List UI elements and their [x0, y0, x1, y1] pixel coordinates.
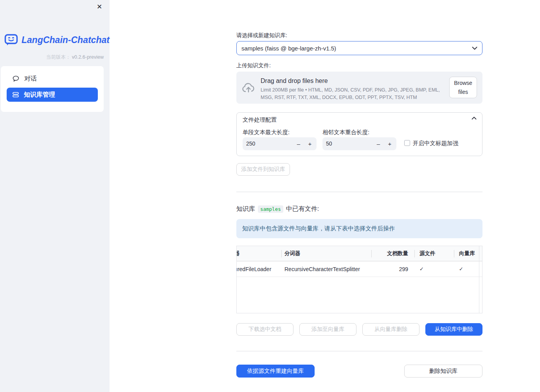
- version-text: 当前版本： v0.2.6-preview: [46, 54, 104, 61]
- main-content: 请选择或新建知识库: samples (faiss @ bge-large-zh…: [236, 0, 482, 392]
- overlap-decrement-button[interactable]: –: [373, 137, 384, 150]
- cloud-upload-icon: [242, 83, 255, 93]
- overlap-size-input[interactable]: 50 – +: [322, 137, 396, 150]
- column-header-splitter[interactable]: 分词器: [281, 246, 371, 261]
- chunk-size-label: 单段文本最大长度:: [243, 129, 290, 136]
- delete-kb-button[interactable]: 删除知识库: [404, 365, 482, 378]
- cell-vector-check: ✓: [454, 261, 479, 277]
- kb-select-label: 请选择或新建知识库:: [236, 32, 287, 39]
- app-title: LangChain-Chatchat: [22, 35, 110, 45]
- sidebar: ✕ LangChain-Chatchat 当前版本： v0.2.6-previe…: [0, 0, 110, 392]
- zh-title-enhance-label[interactable]: 开启中文标题加强: [413, 140, 458, 147]
- file-config-expander: 文件处理配置 单段文本最大长度: 250 – + 相邻文本重合长度: 50 – …: [236, 112, 482, 156]
- delete-from-vector-store-button[interactable]: 从向量库删除: [362, 323, 419, 336]
- cell-source-check: ✓: [414, 261, 454, 277]
- info-banner-text: 知识库中包含源文件与向量库，请从下表中选择文件后操作: [242, 225, 395, 232]
- kb-files-suffix: 中已有文件:: [286, 205, 319, 213]
- table-row[interactable]: UnstructuredFileLoader RecursiveCharacte…: [237, 261, 482, 277]
- rebuild-vector-store-button[interactable]: 依据源文件重建向量库: [236, 365, 315, 378]
- expander-header[interactable]: 文件处理配置: [237, 113, 482, 126]
- info-banner: 知识库中包含源文件与向量库，请从下表中选择文件后操作: [236, 219, 482, 238]
- header-separator: [414, 250, 415, 257]
- kb-files-prefix: 知识库: [236, 205, 255, 213]
- overlap-increment-button[interactable]: +: [384, 137, 395, 150]
- close-icon: ✕: [97, 3, 102, 11]
- knowledge-base-icon: [13, 92, 19, 98]
- sidebar-item-label: 对话: [24, 75, 37, 83]
- column-header-vector-store[interactable]: 向量库: [454, 246, 479, 261]
- chat-bubble-smiley-logo-icon: [4, 34, 18, 46]
- sidebar-menu: 对话 知识库管理: [1, 66, 104, 112]
- file-actions-row: 下载选中文档 添加至向量库 从向量库删除 从知识库中删除: [236, 323, 482, 336]
- chevron-down-icon: [472, 47, 477, 50]
- column-header-source-file[interactable]: 源文件: [414, 246, 454, 261]
- dropzone-title: Drag and drop files here: [261, 77, 448, 85]
- version-value: v0.2.6-preview: [72, 54, 104, 60]
- header-separator: [454, 250, 454, 257]
- app-logo: LangChain-Chatchat: [4, 34, 110, 46]
- header-separator: [281, 250, 282, 257]
- file-dropzone[interactable]: Drag and drop files here Limit 200MB per…: [236, 72, 482, 104]
- download-selected-button[interactable]: 下载选中文档: [236, 323, 293, 336]
- app-window: ✕ LangChain-Chatchat 当前版本： v0.2.6-previe…: [0, 0, 540, 392]
- browse-files-button[interactable]: Browse files: [449, 77, 477, 98]
- sidebar-close-button[interactable]: ✕: [95, 2, 104, 12]
- kb-name-code: samples: [258, 205, 283, 213]
- kb-select-dropdown[interactable]: samples (faiss @ bge-large-zh-v1.5): [236, 41, 482, 55]
- column-header-loader[interactable]: 文档加载器: [237, 246, 281, 261]
- divider: [236, 351, 482, 351]
- files-table[interactable]: 文档加载器 分词器 文档数量 源文件 向量库 UnstructuredFileL…: [236, 246, 482, 313]
- chunk-size-input[interactable]: 250 – +: [243, 137, 317, 150]
- sidebar-item-dialogue[interactable]: 对话: [7, 72, 98, 86]
- version-label: 当前版本：: [46, 54, 71, 60]
- table-right-gridline: [479, 246, 479, 313]
- chunk-size-value: 250: [246, 140, 255, 147]
- divider: [236, 192, 482, 192]
- upload-label: 上传知识文件:: [236, 62, 271, 69]
- chevron-up-icon: [472, 117, 477, 120]
- cell-splitter: RecursiveCharacterTextSplitter: [281, 261, 371, 277]
- sidebar-item-kb-management[interactable]: 知识库管理: [7, 88, 98, 102]
- sidebar-item-label: 知识库管理: [24, 91, 55, 99]
- chunk-size-decrement-button[interactable]: –: [293, 137, 304, 150]
- zh-title-enhance-checkbox[interactable]: [404, 140, 410, 146]
- cell-docs-count: 299: [371, 261, 414, 277]
- expander-title: 文件处理配置: [243, 116, 277, 124]
- column-header-docs-count[interactable]: 文档数量: [371, 246, 414, 261]
- add-to-vector-store-button[interactable]: 添加至向量库: [299, 323, 356, 336]
- dropzone-text: Drag and drop files here Limit 200MB per…: [261, 77, 448, 102]
- files-table-header: 文档加载器 分词器 文档数量 源文件 向量库: [237, 246, 482, 261]
- chunk-size-increment-button[interactable]: +: [304, 137, 315, 150]
- overlap-size-label: 相邻文本重合长度:: [322, 129, 369, 136]
- add-files-to-kb-button[interactable]: 添加文件到知识库: [236, 163, 290, 176]
- delete-from-kb-button[interactable]: 从知识库中删除: [425, 323, 482, 336]
- chat-icon: [13, 76, 19, 82]
- kb-files-heading: 知识库 samples 中已有文件:: [236, 205, 319, 213]
- dropzone-hint: Limit 200MB per file • HTML, MD, JSON, C…: [261, 86, 448, 102]
- overlap-size-value: 50: [326, 140, 332, 147]
- header-separator: [371, 250, 372, 257]
- kb-select-value: samples (faiss @ bge-large-zh-v1.5): [241, 45, 472, 52]
- cell-loader: UnstructuredFileLoader: [237, 261, 281, 277]
